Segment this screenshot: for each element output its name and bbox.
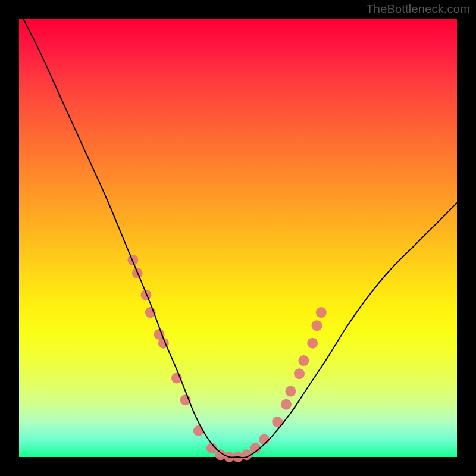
highlight-dot: [298, 355, 309, 366]
plot-area: [19, 19, 457, 457]
highlight-dot: [294, 368, 305, 379]
marker-layer: [127, 255, 326, 462]
highlight-dot: [140, 290, 151, 300]
highlight-dot: [281, 399, 292, 410]
watermark-text: TheBottleneck.com: [366, 2, 470, 16]
highlight-dot: [311, 320, 322, 331]
chart-frame: TheBottleneck.com: [0, 0, 476, 476]
highlight-dot: [307, 338, 318, 349]
curve-svg: [19, 19, 457, 457]
highlight-dot: [259, 434, 270, 445]
bottleneck-curve: [23, 19, 457, 458]
highlight-dot: [285, 386, 296, 397]
highlight-dot: [316, 307, 327, 318]
highlight-dot: [127, 255, 138, 265]
